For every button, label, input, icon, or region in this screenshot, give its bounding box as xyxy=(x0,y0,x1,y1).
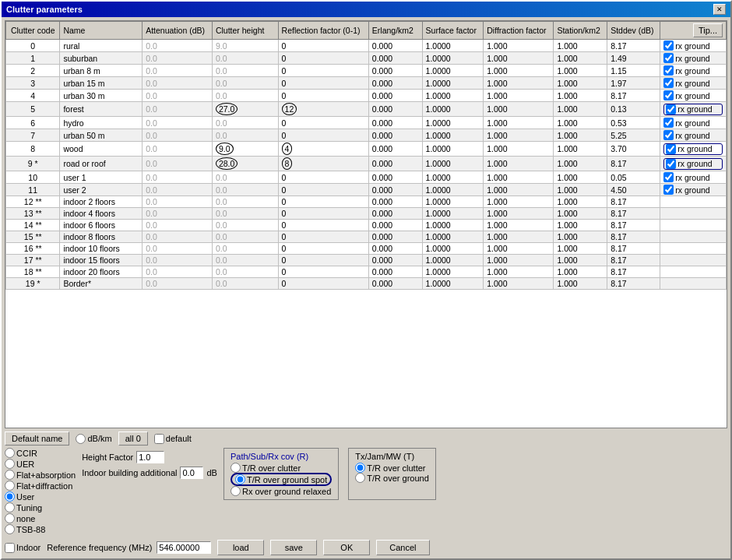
cell-diffraction[interactable]: 1.000 xyxy=(484,157,554,171)
cell-name[interactable]: urban 8 m xyxy=(60,65,143,77)
cell-rx[interactable] xyxy=(660,278,727,290)
cell-height[interactable]: 0.0 xyxy=(212,90,278,102)
cell-surface[interactable]: 1.0000 xyxy=(422,220,484,231)
path-option-radio[interactable] xyxy=(231,463,241,473)
cell-refl[interactable]: 0 xyxy=(278,208,368,220)
rx-checkbox[interactable] xyxy=(666,104,676,114)
cell-diffraction[interactable]: 1.000 xyxy=(484,278,554,290)
cell-rx[interactable]: rx ground xyxy=(660,117,727,129)
cell-diffraction[interactable]: 1.000 xyxy=(484,117,554,129)
propagation-model-radio[interactable] xyxy=(5,470,15,480)
cell-name[interactable]: Border* xyxy=(60,278,143,290)
cell-name[interactable]: suburban xyxy=(60,52,143,65)
cell-refl[interactable]: 0 xyxy=(278,90,368,102)
path-option-item[interactable]: T/R over clutter xyxy=(231,463,332,473)
cell-station[interactable]: 1.000 xyxy=(554,255,607,266)
propagation-model-radio[interactable] xyxy=(5,513,15,523)
rx-checkbox[interactable] xyxy=(663,90,674,100)
propagation-model-item[interactable]: Tuning xyxy=(5,502,76,512)
cell-stddev[interactable]: 3.70 xyxy=(607,142,660,157)
propagation-model-item[interactable]: Flat+diffraction xyxy=(5,481,76,491)
load-button[interactable]: load xyxy=(217,540,264,555)
cell-station[interactable]: 1.000 xyxy=(554,40,607,52)
cell-stddev[interactable]: 8.17 xyxy=(607,208,660,220)
cell-station[interactable]: 1.000 xyxy=(554,231,607,243)
cell-stddev[interactable]: 1.97 xyxy=(607,77,660,90)
cell-station[interactable]: 1.000 xyxy=(554,129,607,142)
save-button[interactable]: save xyxy=(270,540,317,555)
cell-erlang[interactable]: 0.000 xyxy=(368,90,422,102)
path-option-radio[interactable] xyxy=(231,486,241,496)
cell-erlang[interactable]: 0.000 xyxy=(368,171,422,184)
cell-rx[interactable]: rx ground xyxy=(660,77,727,90)
cell-surface[interactable]: 1.0000 xyxy=(422,243,484,255)
cell-refl[interactable]: 0 xyxy=(278,220,368,231)
cell-name[interactable]: indoor 4 floors xyxy=(60,208,143,220)
cell-refl[interactable]: 0 xyxy=(278,278,368,290)
path-option-item[interactable]: T/R over ground spot xyxy=(231,473,332,486)
propagation-model-radio[interactable] xyxy=(5,524,15,534)
ok-button[interactable]: OK xyxy=(323,540,370,555)
propagation-model-radio[interactable] xyxy=(5,448,15,458)
cell-name[interactable]: user 1 xyxy=(60,171,143,184)
cell-station[interactable]: 1.000 xyxy=(554,65,607,77)
cell-height[interactable]: 27.0 xyxy=(212,102,278,117)
cell-refl[interactable]: 0 xyxy=(278,231,368,243)
cell-name[interactable]: indoor 15 floors xyxy=(60,255,143,266)
cell-diffraction[interactable]: 1.000 xyxy=(484,208,554,220)
cell-rx[interactable] xyxy=(660,220,727,231)
propagation-model-radio[interactable] xyxy=(5,502,15,512)
height-factor-input[interactable] xyxy=(136,451,164,463)
cell-erlang[interactable]: 0.000 xyxy=(368,208,422,220)
propagation-model-item[interactable]: TSB-88 xyxy=(5,524,76,534)
path-option-item[interactable]: Rx over ground relaxed xyxy=(231,486,332,496)
cell-surface[interactable]: 1.0000 xyxy=(422,184,484,196)
cell-stddev[interactable]: 1.49 xyxy=(607,52,660,65)
cancel-button[interactable]: Cancel xyxy=(376,540,429,555)
cell-erlang[interactable]: 0.000 xyxy=(368,196,422,208)
cell-name[interactable]: hydro xyxy=(60,117,143,129)
rx-checkbox[interactable] xyxy=(663,118,674,128)
cell-refl[interactable]: 0 xyxy=(278,266,368,278)
cell-height[interactable]: 0.0 xyxy=(212,52,278,65)
cell-station[interactable]: 1.000 xyxy=(554,184,607,196)
cell-name[interactable]: indoor 10 floors xyxy=(60,243,143,255)
cell-name[interactable]: urban 15 m xyxy=(60,77,143,90)
cell-rx[interactable] xyxy=(660,243,727,255)
cell-height[interactable]: 9.0 xyxy=(212,142,278,157)
cell-name[interactable]: rural xyxy=(60,40,143,52)
cell-surface[interactable]: 1.0000 xyxy=(422,40,484,52)
rx-checkbox[interactable] xyxy=(666,159,676,169)
default-name-button[interactable]: Default name xyxy=(5,431,69,446)
cell-surface[interactable]: 1.0000 xyxy=(422,278,484,290)
cell-name[interactable]: indoor 8 floors xyxy=(60,231,143,243)
cell-diffraction[interactable]: 1.000 xyxy=(484,77,554,90)
cell-height[interactable]: 9.0 xyxy=(212,40,278,52)
cell-rx[interactable]: rx ground xyxy=(660,52,727,65)
cell-erlang[interactable]: 0.000 xyxy=(368,255,422,266)
cell-station[interactable]: 1.000 xyxy=(554,52,607,65)
cell-height[interactable]: 0.0 xyxy=(212,171,278,184)
tx-option-item[interactable]: T/R over clutter xyxy=(355,463,428,473)
cell-name[interactable]: indoor 6 floors xyxy=(60,220,143,231)
cell-station[interactable]: 1.000 xyxy=(554,77,607,90)
tx-option-item[interactable]: T/R over ground xyxy=(355,473,428,483)
cell-name[interactable]: urban 50 m xyxy=(60,129,143,142)
rx-checkbox[interactable] xyxy=(663,185,674,195)
propagation-model-radio[interactable] xyxy=(5,491,15,502)
cell-diffraction[interactable]: 1.000 xyxy=(484,243,554,255)
cell-station[interactable]: 1.000 xyxy=(554,196,607,208)
rx-checkbox[interactable] xyxy=(663,78,674,88)
cell-station[interactable]: 1.000 xyxy=(554,102,607,117)
cell-diffraction[interactable]: 1.000 xyxy=(484,231,554,243)
cell-station[interactable]: 1.000 xyxy=(554,142,607,157)
cell-rx[interactable] xyxy=(660,231,727,243)
all0-button[interactable]: all 0 xyxy=(118,431,148,446)
cell-rx[interactable]: rx ground xyxy=(660,129,727,142)
cell-diffraction[interactable]: 1.000 xyxy=(484,142,554,157)
cell-diffraction[interactable]: 1.000 xyxy=(484,196,554,208)
propagation-model-item[interactable]: Flat+absorption xyxy=(5,470,76,480)
cell-surface[interactable]: 1.0000 xyxy=(422,208,484,220)
cell-surface[interactable]: 1.0000 xyxy=(422,102,484,117)
cell-stddev[interactable]: 8.17 xyxy=(607,266,660,278)
